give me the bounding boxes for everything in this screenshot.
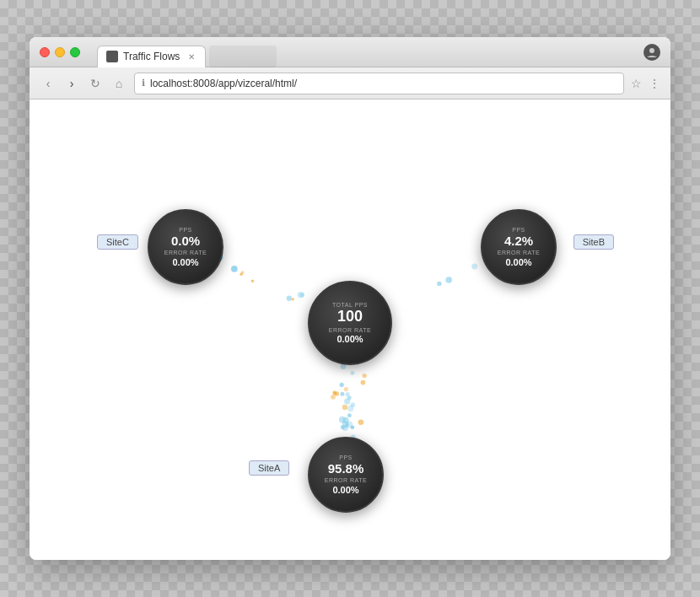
node-circle-siteB: PPS 4.2% ERROR RATE 0.00% xyxy=(481,209,557,285)
active-tab[interactable]: Traffic Flows ✕ xyxy=(97,46,206,67)
siteB-label: SiteB xyxy=(573,234,614,250)
center-error-value: 0.00% xyxy=(337,334,363,344)
lock-icon: ℹ xyxy=(142,78,145,89)
node-siteC[interactable]: PPS 0.0% ERROR RATE 0.00% SiteC xyxy=(148,209,223,285)
siteC-error-value: 0.00% xyxy=(172,257,198,267)
back-button[interactable]: ‹ xyxy=(40,77,57,90)
node-center[interactable]: TOTAL PPS 100 ERROR RATE 0.00% xyxy=(308,281,392,365)
tab-favicon xyxy=(106,51,118,62)
siteB-error-value: 0.00% xyxy=(505,257,531,267)
siteB-pps-value: 4.2% xyxy=(504,234,533,249)
new-tab-area xyxy=(209,46,277,67)
url-text: localhost:8008/app/vizceral/html/ xyxy=(150,78,297,89)
center-pps-value: 100 xyxy=(337,309,363,325)
bookmark-icon[interactable]: ☆ xyxy=(631,77,642,90)
user-avatar[interactable] xyxy=(643,44,660,61)
close-button[interactable] xyxy=(40,47,50,57)
traffic-lights xyxy=(40,47,80,57)
siteA-error-label: ERROR RATE xyxy=(325,477,367,484)
siteC-label: SiteC xyxy=(97,234,138,250)
tab-area: Traffic Flows ✕ xyxy=(97,41,637,63)
refresh-button[interactable]: ↻ xyxy=(87,77,104,90)
menu-icon[interactable]: ⋮ xyxy=(649,77,660,90)
siteA-label: SiteA xyxy=(249,460,289,476)
window-controls-right xyxy=(643,44,660,61)
tab-close-button[interactable]: ✕ xyxy=(188,52,195,62)
address-bar: ‹ › ↻ ⌂ ℹ localhost:8008/app/vizceral/ht… xyxy=(30,67,670,100)
url-bar[interactable]: ℹ localhost:8008/app/vizceral/html/ xyxy=(134,73,624,94)
content-area: PPS 0.0% ERROR RATE 0.00% SiteC PPS 4.2%… xyxy=(30,100,670,560)
node-circle-siteC: PPS 0.0% ERROR RATE 0.00% xyxy=(148,209,223,285)
forward-button[interactable]: › xyxy=(63,77,80,90)
title-bar: Traffic Flows ✕ xyxy=(30,37,670,67)
node-circle-center: TOTAL PPS 100 ERROR RATE 0.00% xyxy=(308,281,392,365)
siteC-error-label: ERROR RATE xyxy=(164,250,207,256)
browser-window: Traffic Flows ✕ ‹ › ↻ ⌂ ℹ localhost:8008… xyxy=(30,37,670,560)
node-circle-siteA: PPS 95.8% ERROR RATE 0.00% xyxy=(308,437,384,513)
siteB-error-label: ERROR RATE xyxy=(498,250,540,256)
node-siteB[interactable]: PPS 4.2% ERROR RATE 0.00% SiteB xyxy=(481,209,557,285)
minimize-button[interactable] xyxy=(55,47,65,57)
home-button[interactable]: ⌂ xyxy=(110,77,127,90)
siteA-pps-value: 95.8% xyxy=(328,462,364,476)
svg-point-0 xyxy=(649,48,654,53)
tab-title: Traffic Flows xyxy=(123,51,180,62)
center-error-label: ERROR RATE xyxy=(329,327,371,334)
siteC-pps-value: 0.0% xyxy=(171,234,200,249)
node-siteA[interactable]: PPS 95.8% ERROR RATE 0.00% SiteA xyxy=(308,437,384,513)
maximize-button[interactable] xyxy=(70,47,80,57)
siteA-error-value: 0.00% xyxy=(332,485,358,495)
